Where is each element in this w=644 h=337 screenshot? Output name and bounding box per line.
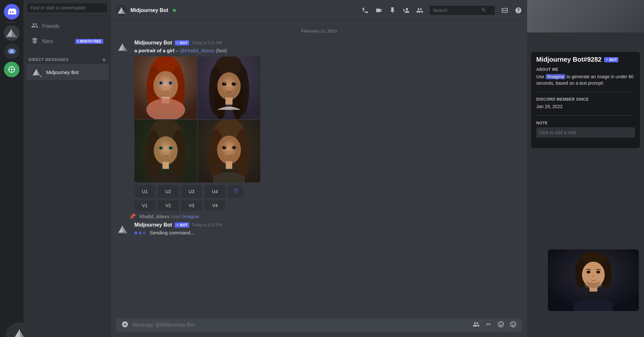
action-buttons-row1: U1 U2 U3 U4 [134,185,522,198]
svg-point-49 [171,147,172,148]
attachment-icon[interactable] [121,321,129,330]
u4-button[interactable]: U4 [204,185,225,198]
svg-point-63 [234,146,235,147]
header-search-icon [481,7,486,14]
image-cell-4[interactable] [198,120,260,182]
image-cell-2[interactable] [198,56,260,119]
video-icon[interactable] [375,7,382,14]
people-icon[interactable] [473,321,480,330]
video-overlay [548,249,639,311]
system-command: /imagine [182,214,199,219]
message-input-area [111,318,527,337]
u1-button[interactable]: U1 [134,185,155,198]
header-search-input[interactable] [433,8,478,13]
dot-2 [139,231,142,234]
about-me-highlight: /imagine [546,74,565,79]
profile-divider [536,92,635,92]
bot-badge-2: ✓ BOT [175,222,189,228]
main-content: Midjourney Bot [111,0,527,337]
dot-3 [143,231,146,234]
gif-icon[interactable] [485,321,492,330]
add-member-icon[interactable] [402,7,410,14]
profile-username: Midjourney Bot#9282 [536,56,601,63]
hide-members-icon[interactable] [416,7,423,14]
svg-text:N: N [10,50,13,53]
svg-point-19 [165,86,167,88]
svg-point-43 [154,136,178,165]
msg-avatar-2 [116,223,129,236]
call-icon[interactable] [362,7,369,14]
help-icon[interactable] [515,7,522,14]
sailboat-server-icon[interactable] [4,25,19,41]
discord-home-button[interactable] [4,4,19,19]
u2-button[interactable]: U2 [158,185,179,198]
profile-divider-2 [536,115,635,116]
emoji-icon[interactable] [510,321,517,330]
input-icons [473,321,517,330]
msg-author-2: Midjourney Bot [134,222,172,228]
header-bot-avatar [116,5,127,16]
svg-point-79 [592,275,594,277]
refresh-icon [233,188,239,195]
video-content [548,249,639,311]
explore-button[interactable] [4,62,19,77]
sidebar-nav: Friends Nitro 1 MONTH FREE [23,16,111,52]
svg-rect-37 [226,97,233,105]
nitro-label: Nitro [42,39,71,44]
image-cell-3[interactable] [134,120,197,182]
sidebar-item-nitro[interactable]: Nitro 1 MONTH FREE [26,34,108,49]
online-indicator [173,9,176,12]
svg-rect-9 [118,50,127,51]
note-input[interactable]: Click to add a note [536,127,635,138]
svg-point-3 [11,69,13,70]
svg-point-34 [224,83,225,84]
svg-point-29 [217,72,241,100]
v4-button[interactable]: V4 [204,200,225,211]
svg-point-50 [165,151,167,153]
channel-info: Midjourney Bot [116,5,358,16]
sticker-icon[interactable] [497,321,504,330]
message-input-box [116,318,522,332]
pin-icon[interactable] [389,7,396,14]
v2-button[interactable]: V2 [158,200,179,211]
dm-status-midjourney [39,75,43,78]
image-cell-1[interactable] [134,56,197,119]
date-divider: February 11, 2023 [111,26,527,39]
add-dm-button[interactable]: + [102,57,106,63]
server-rail: N [0,0,23,337]
svg-point-57 [217,136,241,164]
u3-button[interactable]: U3 [181,185,202,198]
svg-point-48 [161,147,162,148]
svg-point-64 [228,151,230,153]
nitro-icon [31,37,38,46]
sidebar-item-friends[interactable]: Friends [26,19,108,34]
dm-section-label: DIRECT MESSAGES [29,57,69,62]
message-group-2: Midjourney Bot ✓ BOT Today at 3:32 PM Se… [111,221,527,237]
refresh-button[interactable] [228,185,243,198]
msg-content-2: Midjourney Bot ✓ BOT Today at 3:32 PM Se… [134,222,522,236]
v3-button[interactable]: V3 [181,200,202,211]
about-me-title: ABOUT ME [536,67,635,72]
msg-content-1: Midjourney Bot ✓ BOT Today at 3:31 PM a … [134,40,522,211]
dm-name-midjourney: Midjourney Bot [46,69,79,75]
msg-time-1: Today at 3:31 PM [192,41,222,45]
member-since-date: Jan 29, 2022 [536,104,635,110]
system-action: used [171,214,182,219]
messages-area[interactable]: February 11, 2023 Midjourney Bot ✓ BOT [111,21,527,318]
main-header: Midjourney Bot [111,0,527,21]
system-message: 📌 Khalid_Abess used /imagine [111,212,527,221]
message-input[interactable] [132,318,469,332]
dm-item-midjourney[interactable]: Midjourney Bot [26,64,108,80]
nitro-server-icon[interactable]: N [4,44,19,59]
inbox-icon[interactable] [501,7,508,14]
svg-rect-7 [118,13,126,14]
v1-button[interactable]: V1 [134,200,155,211]
msg-sending: Sending command... [134,229,522,236]
friends-icon [31,22,38,31]
message-group-1: Midjourney Bot ✓ BOT Today at 3:31 PM a … [111,39,527,212]
search-input[interactable] [27,3,107,12]
svg-point-35 [234,83,235,84]
dm-section-header: DIRECT MESSAGES + [23,52,111,64]
svg-rect-65 [226,161,232,169]
member-since-section: DISCORD MEMBER SINCE Jan 29, 2022 [536,97,635,110]
